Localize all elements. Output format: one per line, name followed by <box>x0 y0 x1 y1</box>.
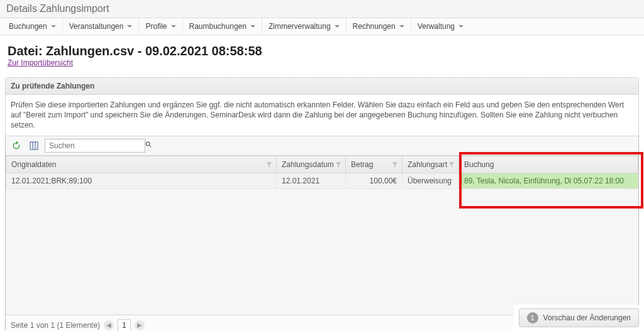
menu-label: Rechnungen <box>353 22 396 31</box>
chevron-down-icon <box>399 25 404 28</box>
col-buchung[interactable]: Buchung <box>459 156 638 173</box>
col-label: Zahlungsart <box>408 160 447 169</box>
col-label: Originaldaten <box>11 160 56 169</box>
step-badge: 1 <box>527 312 538 323</box>
menu-label: Raumbuchungen <box>189 22 247 31</box>
col-zahlungsdatum[interactable]: Zahlungsdatum <box>277 156 346 173</box>
page-title: Datei: Zahlungen.csv - 09.02.2021 08:58:… <box>8 44 636 58</box>
search-box[interactable] <box>45 139 145 153</box>
menu-buchungen[interactable]: Buchungen <box>3 18 62 35</box>
columns-icon <box>29 141 39 151</box>
search-icon[interactable] <box>145 141 152 150</box>
panel-hint-text: Prüfen Sie diese importierten Zahlungen … <box>5 95 639 136</box>
footer-bar: 1 Vorschau der Änderungen <box>514 305 644 331</box>
panel-title: Zu prüfende Zahlungen <box>5 77 639 95</box>
menu-rechnungen[interactable]: Rechnungen <box>346 18 411 35</box>
grid-header-row: Originaldaten Zahlungsdatum Betrag <box>6 156 638 173</box>
pager-next[interactable]: ▶ <box>135 320 145 330</box>
menu-veranstaltungen[interactable]: Veranstaltungen <box>62 18 139 35</box>
cell-buchung[interactable]: 89, Tesla, Nicola, Einführung, Di 05.07.… <box>459 173 638 188</box>
col-label: Betrag <box>351 160 373 169</box>
filter-icon[interactable] <box>448 161 455 168</box>
refresh-button[interactable] <box>9 139 23 153</box>
columns-button[interactable] <box>27 139 41 153</box>
refresh-icon <box>11 141 21 151</box>
col-originaldaten[interactable]: Originaldaten <box>6 156 277 173</box>
search-input[interactable] <box>48 141 145 151</box>
main-menu: Buchungen Veranstaltungen Profile Raumbu… <box>0 18 644 35</box>
grid-toolbar <box>6 136 638 156</box>
preview-changes-button[interactable]: 1 Vorschau der Änderungen <box>519 308 639 327</box>
back-link[interactable]: Zur Importübersicht <box>8 58 73 67</box>
col-betrag[interactable]: Betrag <box>346 156 402 173</box>
menu-profile[interactable]: Profile <box>138 18 182 35</box>
payments-grid: Originaldaten Zahlungsdatum Betrag <box>5 136 639 331</box>
chevron-down-icon <box>335 25 340 28</box>
menu-verwaltung[interactable]: Verwaltung <box>411 18 470 35</box>
chevron-down-icon <box>458 25 464 28</box>
svg-rect-0 <box>30 142 38 149</box>
menu-label: Buchungen <box>9 22 47 31</box>
chevron-down-icon <box>51 25 56 28</box>
chevron-down-icon <box>171 25 176 28</box>
pager-prev[interactable]: ◀ <box>104 320 114 330</box>
svg-line-4 <box>150 146 152 148</box>
menu-raumbuchungen[interactable]: Raumbuchungen <box>182 18 262 35</box>
menu-label: Zimmerverwaltung <box>269 22 331 31</box>
filter-icon[interactable] <box>392 161 398 168</box>
table-row[interactable]: 12.01.2021;BRK;89;100 12.01.2021 100,00€… <box>6 173 638 188</box>
col-label: Zahlungsdatum <box>282 160 334 169</box>
cell-zahlungsdatum[interactable]: 12.01.2021 <box>277 173 346 188</box>
cell-betrag[interactable]: 100,00€ <box>346 173 402 188</box>
window-title: Details Zahlungsimport <box>0 0 644 18</box>
filter-icon[interactable] <box>266 161 272 168</box>
preview-button-label: Vorschau der Änderungen <box>543 313 631 322</box>
pager-summary: Seite 1 von 1 (1 Elemente) <box>11 321 100 330</box>
menu-label: Profile <box>145 22 167 31</box>
menu-label: Veranstaltungen <box>69 22 124 31</box>
chevron-down-icon <box>127 25 132 28</box>
menu-label: Verwaltung <box>418 22 455 31</box>
col-label: Buchung <box>464 160 494 169</box>
cell-zahlungsart[interactable]: Überweisung <box>402 173 459 188</box>
svg-point-3 <box>146 142 150 146</box>
menu-zimmerverwaltung[interactable]: Zimmerverwaltung <box>262 18 346 35</box>
cell-originaldaten[interactable]: 12.01.2021;BRK;89;100 <box>6 173 277 188</box>
chevron-down-icon <box>250 25 255 28</box>
filter-icon[interactable] <box>335 161 341 168</box>
pager-page-1[interactable]: 1 <box>118 319 131 331</box>
grid-empty-area <box>6 189 638 315</box>
col-zahlungsart[interactable]: Zahlungsart <box>402 156 459 173</box>
